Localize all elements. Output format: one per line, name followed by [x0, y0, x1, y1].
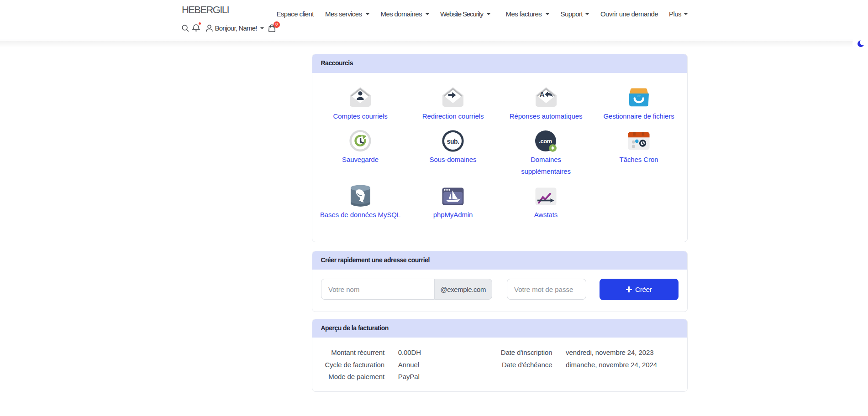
svg-text:sub.: sub.	[447, 138, 459, 145]
svg-text:A: A	[539, 90, 544, 98]
svg-text:.com: .com	[539, 138, 552, 145]
svg-text:cP: cP	[637, 94, 641, 98]
